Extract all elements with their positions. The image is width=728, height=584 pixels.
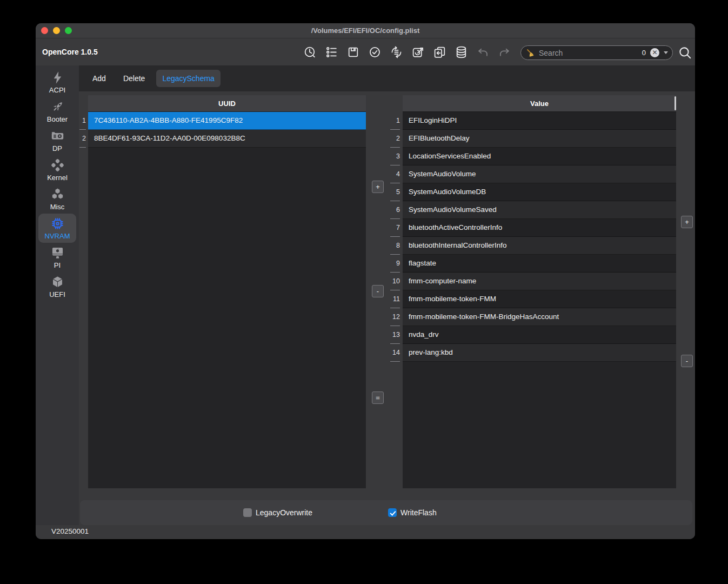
checkbox[interactable]: LegacyOverwrite (243, 508, 312, 517)
edit-button[interactable]: - (681, 355, 693, 367)
tab-row: AddDeleteLegacySchema (79, 65, 695, 91)
uuid-table-header: UUID (88, 95, 366, 112)
table-row[interactable]: prev-lang:kbd (403, 344, 676, 362)
main-area: 12 UUID 7C436110-AB2A-4BBB-A880-FE41995C… (79, 91, 695, 500)
sidebar-item-nvram[interactable]: NVRAM (38, 214, 76, 243)
undo-icon[interactable] (476, 45, 490, 59)
row-number: 4 (390, 165, 402, 183)
scrollbar-thumb[interactable] (674, 96, 676, 110)
outline-list-icon[interactable] (324, 45, 338, 59)
app-window: /Volumes/EFI/EFI/OC/config.plist OpenCor… (36, 23, 695, 539)
clear-search-icon[interactable]: ✕ (650, 48, 659, 57)
checkbox-box[interactable] (388, 508, 397, 517)
sidebar-item-kernel[interactable]: Kernel (38, 155, 76, 184)
value-table-header: Value (403, 95, 676, 112)
checkbox-box[interactable] (243, 508, 252, 517)
table-row[interactable]: 7C436110-AB2A-4BBB-A880-FE41995C9F82 (88, 112, 366, 130)
row-number: 7 (390, 219, 402, 237)
row-number: 5 (390, 183, 402, 201)
sidebar-item-pi[interactable]: PI (38, 243, 76, 272)
value-row-numbers: 1234567891011121314 (390, 112, 402, 362)
row-number: 11 (390, 290, 402, 308)
table-row[interactable]: fmm-mobileme-token-FMM (403, 290, 676, 308)
uuid-row-numbers: 12 (79, 112, 88, 148)
edit-button[interactable]: - (372, 285, 384, 297)
search-box: 0 ✕ (520, 45, 673, 60)
cube-icon (50, 275, 65, 289)
sidebar-item-dp[interactable]: DP (38, 126, 76, 155)
row-number: 14 (390, 344, 402, 362)
broom-icon (526, 49, 535, 57)
table-row[interactable]: SystemAudioVolume (403, 165, 676, 183)
reload-list-icon[interactable] (389, 45, 403, 59)
row-number: 12 (390, 308, 402, 326)
imac-icon (50, 245, 65, 260)
history-icon[interactable] (303, 45, 317, 59)
row-number: 13 (390, 326, 402, 344)
table-row[interactable]: EFILoginHiDPI (403, 112, 676, 130)
uuid-table: UUID 7C436110-AB2A-4BBB-A880-FE41995C9F8… (88, 95, 366, 488)
tab-button[interactable]: LegacySchema (156, 70, 221, 87)
chip-icon (50, 216, 65, 231)
cubes-icon (50, 187, 65, 202)
tab-button[interactable]: Add (86, 70, 112, 87)
search-count: 0 (642, 49, 646, 57)
table-row[interactable]: flagstate (403, 255, 676, 273)
rocket-icon (50, 99, 65, 114)
checkbox-label: LegacyOverwrite (256, 508, 312, 517)
table-row[interactable]: SystemAudioVolumeSaved (403, 201, 676, 219)
uuid-edit-buttons: +-= (372, 91, 384, 404)
lightning-icon (50, 70, 65, 85)
save-icon[interactable] (346, 45, 360, 59)
footer-options: LegacyOverwrite WriteFlash (80, 500, 692, 525)
gpu-icon (50, 129, 65, 143)
table-row[interactable]: nvda_drv (403, 326, 676, 344)
checkbox-label: WriteFlash (400, 508, 437, 517)
database-icon[interactable] (454, 45, 468, 59)
desktop: /Volumes/EFI/EFI/OC/config.plist OpenCor… (0, 0, 728, 584)
table-row[interactable]: bluetoothActiveControllerInfo (403, 219, 676, 237)
table-row[interactable]: fmm-mobileme-token-FMM-BridgeHasAccount (403, 308, 676, 326)
tab-button[interactable]: Delete (117, 70, 151, 87)
sidebar-item-acpi[interactable]: ACPI (38, 68, 76, 97)
row-number: 2 (390, 130, 402, 148)
table-row[interactable]: fmm-computer-name (403, 273, 676, 290)
redo-icon[interactable] (497, 45, 511, 59)
sidebar: ACPI Booter DP Kernel Misc NVRAM (36, 65, 79, 525)
row-number: 9 (390, 255, 402, 273)
table-row[interactable]: LocationServicesEnabled (403, 148, 676, 165)
uuid-table-rows: 7C436110-AB2A-4BBB-A880-FE41995C9F828BE4… (88, 112, 366, 148)
search-icon[interactable] (678, 46, 692, 59)
window-title: /Volumes/EFI/EFI/OC/config.plist (36, 23, 695, 38)
checkbox[interactable]: WriteFlash (388, 508, 437, 517)
row-number: 3 (390, 148, 402, 165)
validate-check-icon[interactable] (368, 45, 382, 59)
status-bar: V20250001 (36, 525, 695, 539)
app-header: OpenCore 1.0.5 (36, 39, 695, 65)
value-edit-buttons: +- (681, 91, 693, 367)
edit-button[interactable]: + (372, 181, 384, 193)
table-row[interactable]: SystemAudioVolumeDB (403, 183, 676, 201)
sidebar-item-booter[interactable]: Booter (38, 97, 76, 126)
compare-pages-icon[interactable] (432, 45, 446, 59)
search-input[interactable] (539, 49, 642, 57)
table-row[interactable]: 8BE4DF61-93CA-11D2-AA0D-00E098032B8C (88, 130, 366, 148)
row-number: 1 (79, 112, 88, 130)
value-table: Value EFILoginHiDPIEFIBluetoothDelayLoca… (403, 95, 676, 488)
sidebar-item-misc[interactable]: Misc (38, 184, 76, 214)
table-row[interactable]: EFIBluetoothDelay (403, 130, 676, 148)
app-version-label: OpenCore 1.0.5 (42, 39, 98, 65)
caret-down-icon[interactable] (664, 51, 668, 54)
row-number: 2 (79, 130, 88, 148)
version-label: V20250001 (51, 525, 89, 539)
titlebar: /Volumes/EFI/EFI/OC/config.plist (36, 23, 695, 38)
sidebar-item-uefi[interactable]: UEFI (38, 272, 76, 301)
snapshot-sync-icon[interactable] (411, 45, 425, 59)
value-table-rows: EFILoginHiDPIEFIBluetoothDelayLocationSe… (403, 112, 676, 362)
toolbar (303, 45, 511, 59)
table-row[interactable]: bluetoothInternalControllerInfo (403, 237, 676, 255)
row-number: 10 (390, 273, 402, 290)
edit-button[interactable]: = (372, 391, 384, 404)
edit-button[interactable]: + (681, 216, 693, 228)
clover-icon (50, 158, 65, 172)
